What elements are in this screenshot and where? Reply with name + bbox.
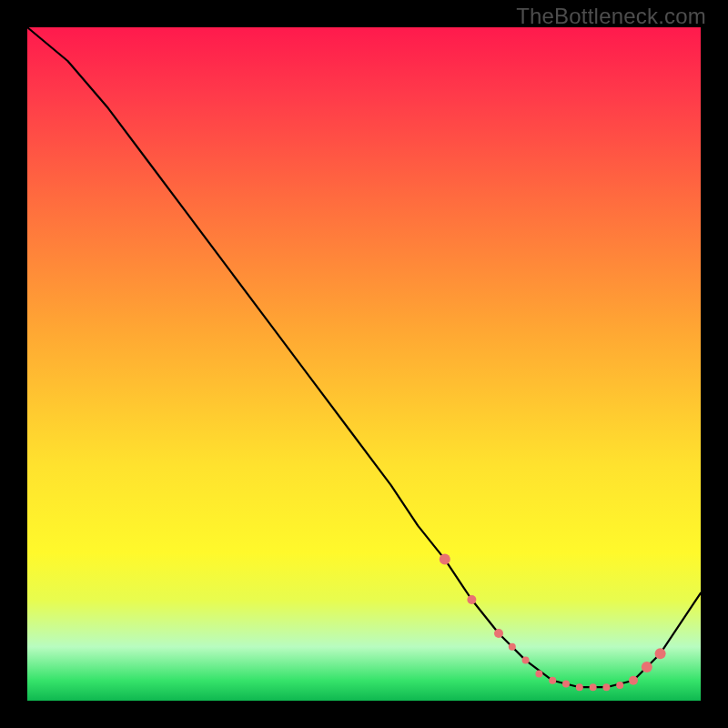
- chart-frame: TheBottleneck.com: [0, 0, 728, 728]
- highlight-point: [576, 683, 583, 691]
- highlight-point: [590, 683, 597, 691]
- highlight-point: [549, 677, 556, 684]
- highlight-point: [629, 676, 638, 685]
- highlight-point: [562, 681, 570, 688]
- highlight-point: [509, 643, 516, 651]
- highlight-markers: [440, 554, 666, 692]
- highlight-point: [522, 657, 530, 664]
- highlight-point: [535, 670, 542, 677]
- attribution-label: TheBottleneck.com: [516, 4, 706, 29]
- plot-area: [27, 27, 701, 701]
- highlight-point: [467, 595, 476, 604]
- highlight-point: [494, 629, 503, 638]
- highlight-point: [655, 648, 666, 659]
- highlight-point: [642, 662, 652, 672]
- highlight-point: [602, 683, 610, 691]
- highlight-point: [616, 682, 623, 689]
- highlight-point: [440, 554, 450, 565]
- curve-svg: [27, 27, 701, 701]
- bottleneck-curve: [27, 27, 701, 687]
